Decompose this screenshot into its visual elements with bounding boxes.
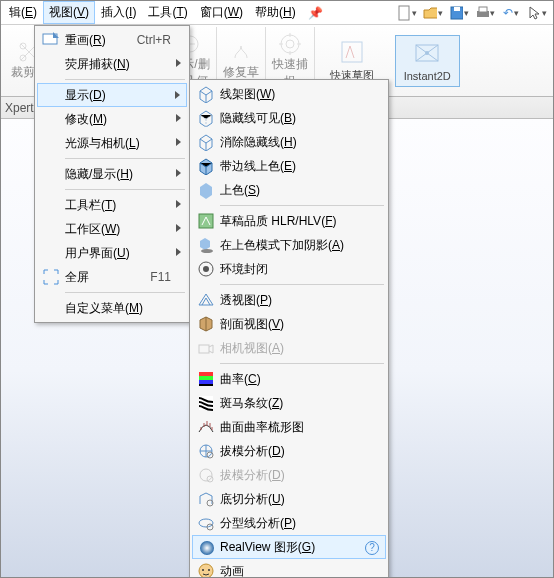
new-doc-button[interactable]: ▾: [397, 3, 417, 23]
menu-help[interactable]: 帮助(H): [249, 1, 302, 24]
cartoon-icon: [196, 561, 216, 578]
shaded-edges-icon: [196, 156, 216, 176]
pin-icon[interactable]: 📌: [302, 3, 329, 23]
menu-display[interactable]: 显示(D): [37, 83, 187, 107]
hidden-visible-icon: [196, 108, 216, 128]
svg-point-37: [208, 569, 210, 571]
open-button[interactable]: ▾: [423, 3, 443, 23]
xpert-tab[interactable]: Xpert: [5, 101, 34, 115]
svg-rect-25: [199, 380, 213, 384]
perspective-icon: [196, 290, 216, 310]
menu-shaded-edges[interactable]: 带边线上色(E): [192, 154, 386, 178]
shaded-icon: [196, 180, 216, 200]
menu-shaded[interactable]: 上色(S): [192, 178, 386, 202]
svg-point-11: [281, 35, 299, 53]
camera-icon: [196, 338, 216, 358]
zebra-icon: [196, 393, 216, 413]
menu-shadows[interactable]: 在上色模式下加阴影(A): [192, 233, 386, 257]
draft-analysis-icon: [196, 441, 216, 461]
parting-icon: [196, 513, 216, 533]
menu-customize[interactable]: 自定义菜单(M): [37, 296, 187, 320]
hidden-removed-icon: [196, 132, 216, 152]
menu-user-interface[interactable]: 用户界面(U): [37, 241, 187, 265]
select-button[interactable]: ▾: [527, 3, 547, 23]
menu-redraw[interactable]: 重画(R) Ctrl+R: [37, 28, 187, 52]
menu-hidden-visible[interactable]: 隐藏线可见(B): [192, 106, 386, 130]
menu-draft-quality[interactable]: 草稿品质 HLR/HLV(F): [192, 209, 386, 233]
save-button[interactable]: ▾: [449, 3, 469, 23]
svg-point-12: [286, 40, 294, 48]
svg-point-36: [202, 569, 204, 571]
ribbon-instant2d[interactable]: Instant2D: [395, 35, 460, 87]
svg-point-15: [425, 51, 429, 55]
undercut-icon: [196, 489, 216, 509]
svg-rect-0: [399, 6, 409, 20]
menu-screen-capture[interactable]: 荧屏捕获(N): [37, 52, 187, 76]
menu-view[interactable]: 视图(V): [43, 1, 95, 24]
print-button[interactable]: ▾: [475, 3, 495, 23]
svg-rect-21: [199, 345, 209, 353]
menu-undercut-analysis[interactable]: 底切分析(U): [192, 487, 386, 511]
ao-icon: [196, 259, 216, 279]
curvature-comb-icon: [196, 417, 216, 437]
menu-draft-analysis[interactable]: 拔模分析(D): [192, 439, 386, 463]
shadows-icon: [196, 235, 216, 255]
help-icon[interactable]: ?: [365, 541, 379, 555]
svg-rect-23: [199, 372, 213, 376]
menu-fullscreen[interactable]: 全屏F11: [37, 265, 187, 289]
menu-wireframe[interactable]: 线架图(W): [192, 82, 386, 106]
menu-workspace[interactable]: 工作区(W): [37, 217, 187, 241]
svg-point-32: [199, 519, 213, 527]
svg-point-35: [199, 564, 213, 578]
menu-toolbars[interactable]: 工具栏(T): [37, 193, 187, 217]
menu-draft-analysis-2: 拔模分析(D): [192, 463, 386, 487]
menu-tools[interactable]: 工具(T): [142, 1, 193, 24]
menu-cartoon[interactable]: 动画: [192, 559, 386, 578]
menu-curvature[interactable]: 曲率(C): [192, 367, 386, 391]
menu-ambient-occlusion[interactable]: 环境封闭: [192, 257, 386, 281]
curvature-icon: [196, 369, 216, 389]
svg-point-18: [201, 249, 213, 253]
section-icon: [196, 314, 216, 334]
fullscreen-icon: [41, 267, 61, 287]
undo-button[interactable]: ↶▾: [501, 3, 521, 23]
realview-icon: [197, 538, 217, 558]
menu-parting-line[interactable]: 分型线分析(P): [192, 511, 386, 535]
svg-rect-2: [454, 7, 460, 11]
svg-rect-24: [199, 376, 213, 380]
quick-access-toolbar: ▾ ▾ ▾ ▾ ↶▾ ▾: [391, 1, 553, 25]
display-submenu: 线架图(W) 隐藏线可见(B) 消除隐藏线(H) 带边线上色(E) 上色(S) …: [189, 79, 389, 578]
menu-curvature-comb[interactable]: 曲面曲率梳形图: [192, 415, 386, 439]
menu-zebra[interactable]: 斑马条纹(Z): [192, 391, 386, 415]
menu-realview[interactable]: RealView 图形(G)?: [192, 535, 386, 559]
menu-hide-show[interactable]: 隐藏/显示(H): [37, 162, 187, 186]
menu-insert[interactable]: 插入(I): [95, 1, 142, 24]
svg-rect-4: [479, 7, 487, 12]
svg-point-20: [203, 266, 209, 272]
menu-lights-cameras[interactable]: 光源与相机(L): [37, 131, 187, 155]
menu-modify[interactable]: 修改(M): [37, 107, 187, 131]
menu-perspective[interactable]: 透视图(P): [192, 288, 386, 312]
redraw-icon: [41, 30, 61, 50]
draft-analysis-icon-2: [196, 465, 216, 485]
view-menu: 重画(R) Ctrl+R 荧屏捕获(N) 显示(D) 修改(M) 光源与相机(L…: [34, 25, 190, 323]
menu-window[interactable]: 窗口(W): [194, 1, 249, 24]
draft-quality-icon: [196, 211, 216, 231]
wireframe-icon: [196, 84, 216, 104]
menu-camera-view: 相机视图(A): [192, 336, 386, 360]
svg-point-29: [200, 469, 212, 481]
svg-point-34: [200, 541, 214, 555]
menu-edit[interactable]: 辑(E): [3, 1, 43, 24]
menu-section-view[interactable]: 剖面视图(V): [192, 312, 386, 336]
menu-hidden-removed[interactable]: 消除隐藏线(H): [192, 130, 386, 154]
